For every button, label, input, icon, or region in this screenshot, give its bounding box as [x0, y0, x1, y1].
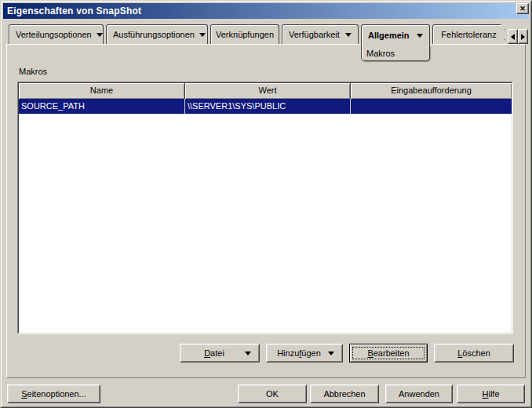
dropdown-arrow-icon: [199, 33, 206, 37]
anwenden-button[interactable]: Anwenden: [385, 384, 453, 403]
dialog-window: Eigenschaften von SnapShot ✕ Verteilungs…: [0, 0, 532, 408]
scroll-right-icon: [521, 34, 525, 40]
button-label: Bearbeiten: [367, 348, 409, 358]
tab-scroll-left-button[interactable]: [508, 29, 518, 44]
button-label: Hinzufügen: [275, 348, 323, 358]
cell-wert[interactable]: \\SERVER1\SYS\PUBLIC: [185, 99, 351, 114]
tab-fehlertoleranz-truncated[interactable]: Fehlertoleranz: [432, 24, 505, 44]
subtab-label: Makros: [366, 49, 395, 58]
table-action-buttons: Datei Hinzufügen Bearbeiten Löschen: [180, 344, 514, 362]
cell-name[interactable]: SOURCE_PATH: [19, 99, 185, 114]
tab-scroll-controls: [508, 29, 528, 44]
tab-strip: Verteilungsoptionen Ausführungsoptionen …: [9, 24, 505, 44]
makros-table-body[interactable]: Name Wert Eingabeaufforderung SOURCE_PAT…: [18, 82, 512, 333]
makros-table: Name Wert Eingabeaufforderung SOURCE_PAT…: [17, 82, 513, 334]
close-button[interactable]: ✕: [516, 3, 529, 14]
dropdown-arrow-icon: [245, 352, 251, 355]
subtab-makros[interactable]: Makros: [361, 46, 430, 61]
seitenoptionen-button[interactable]: Seitenoptionen...: [7, 384, 100, 403]
table-header-row: Name Wert Eingabeaufforderung: [19, 83, 512, 99]
tab-verfuegbarkeit[interactable]: Verfügbarkeit: [282, 24, 359, 44]
column-header-name[interactable]: Name: [19, 83, 185, 99]
close-icon: ✕: [519, 5, 526, 13]
scroll-left-icon: [511, 34, 515, 40]
hinzufuegen-dropdown-button[interactable]: Hinzufügen: [266, 344, 343, 362]
dropdown-arrow-icon: [417, 34, 423, 38]
button-label: Abbrechen: [323, 389, 365, 399]
button-label: Seitenoptionen...: [21, 389, 86, 399]
button-label: Hilfe: [482, 389, 499, 399]
tab-label: Verteilungsoptionen: [16, 30, 92, 39]
column-header-wert[interactable]: Wert: [185, 83, 351, 99]
dropdown-arrow-icon: [328, 352, 334, 355]
button-label: Anwenden: [399, 389, 439, 399]
tab-label: Allgemein: [368, 31, 410, 40]
hilfe-button[interactable]: Hilfe: [457, 384, 525, 403]
tab-scroll-right-button[interactable]: [518, 29, 528, 44]
cell-eingabeaufforderung[interactable]: [351, 99, 512, 114]
button-label: Löschen: [457, 348, 490, 358]
title-bar[interactable]: Eigenschaften von SnapShot: [3, 3, 529, 19]
dropdown-arrow-icon: [345, 33, 352, 37]
button-label: Datei: [188, 348, 240, 358]
abbrechen-button[interactable]: Abbrechen: [310, 384, 379, 403]
table-row-selected[interactable]: SOURCE_PATH \\SERVER1\SYS\PUBLIC: [19, 99, 512, 114]
tab-label: Verknüpfungen: [216, 30, 274, 39]
window-title: Eigenschaften von SnapShot: [7, 5, 141, 16]
bearbeiten-button[interactable]: Bearbeiten: [349, 344, 428, 362]
loeschen-button[interactable]: Löschen: [434, 344, 514, 362]
tab-allgemein-active[interactable]: Allgemein Makros: [361, 24, 430, 46]
tab-label: Fehlertoleranz: [441, 30, 496, 39]
tab-label: Ausführungsoptionen: [113, 30, 195, 39]
tab-ausfuehrungsoptionen[interactable]: Ausführungsoptionen: [106, 24, 208, 44]
tab-label: Verfügbarkeit: [289, 30, 340, 39]
section-label-makros: Makros: [19, 67, 47, 76]
ok-button[interactable]: OK: [238, 384, 307, 403]
column-header-eingabeaufforderung[interactable]: Eingabeaufforderung: [351, 83, 512, 99]
datei-dropdown-button[interactable]: Datei: [180, 344, 260, 362]
tab-verknuepfungen[interactable]: Verknüpfungen: [210, 24, 279, 44]
button-label: OK: [266, 389, 279, 399]
dropdown-arrow-icon: [97, 33, 103, 37]
tab-verteilungsoptionen[interactable]: Verteilungsoptionen: [9, 24, 104, 44]
tab-page-panel: Makros Name Wert Eingabeaufforderung SOU…: [6, 44, 526, 378]
